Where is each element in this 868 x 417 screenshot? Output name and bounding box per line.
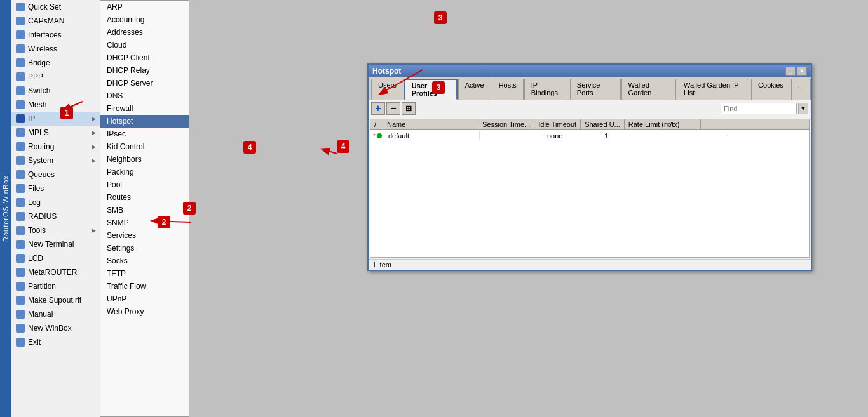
close-button[interactable]: ✕ bbox=[797, 67, 807, 76]
nav-item-files[interactable]: Files bbox=[11, 182, 100, 195]
nav-item-ip[interactable]: IP▶ bbox=[11, 112, 100, 126]
find-dropdown[interactable]: ▼ bbox=[798, 103, 808, 114]
svg-rect-9 bbox=[16, 128, 25, 137]
nav-item-mesh[interactable]: Mesh bbox=[11, 98, 100, 112]
nav-item-label-queues: Queues bbox=[28, 170, 55, 179]
nav-item-exit[interactable]: Exit bbox=[11, 335, 100, 349]
ip-submenu: ARPAccountingAddressesCloudDHCP ClientDH… bbox=[100, 0, 189, 417]
nav-item-switch[interactable]: Switch bbox=[11, 84, 100, 98]
nav-item-radius[interactable]: RADIUS bbox=[11, 209, 100, 223]
nav-item-bridge[interactable]: Bridge bbox=[11, 56, 100, 70]
submenu-item-socks[interactable]: Socks bbox=[100, 255, 189, 267]
nav-item-new-winbox[interactable]: New WinBox bbox=[11, 321, 100, 335]
main-area: 1 2 3 4 Hotspot _ ✕ UsersUser ProfilesAc… bbox=[189, 0, 868, 417]
tab-service-ports[interactable]: Service Ports bbox=[570, 79, 621, 100]
nav-item-tools[interactable]: Tools▶ bbox=[11, 223, 100, 237]
nav-item-manual[interactable]: Manual bbox=[11, 307, 100, 321]
tab-hosts[interactable]: Hosts bbox=[492, 79, 524, 100]
add-button[interactable]: + bbox=[371, 102, 385, 115]
badge-2: 2 bbox=[183, 202, 196, 215]
find-input[interactable] bbox=[721, 103, 797, 114]
submenu-item-cloud[interactable]: Cloud bbox=[100, 39, 189, 51]
submenu-item-routes[interactable]: Routes bbox=[100, 191, 189, 204]
tab-users[interactable]: Users bbox=[371, 79, 403, 100]
nav-item-quick-set[interactable]: Quick Set bbox=[11, 0, 100, 14]
submenu-item-settings[interactable]: Settings bbox=[100, 242, 189, 255]
submenu-item-pool[interactable]: Pool bbox=[100, 178, 189, 191]
nav-item-capsman[interactable]: CAPsMAN bbox=[11, 14, 100, 28]
filter-button[interactable]: ⊞ bbox=[402, 102, 416, 115]
tab-cookies[interactable]: Cookies bbox=[751, 79, 790, 100]
submenu-item-web-proxy[interactable]: Web Proxy bbox=[100, 305, 189, 318]
nav-item-label-mesh: Mesh bbox=[28, 100, 46, 109]
th-shared-users[interactable]: Shared U... bbox=[581, 119, 625, 129]
submenu-item-addresses[interactable]: Addresses bbox=[100, 26, 189, 39]
nav-item-interfaces[interactable]: Interfaces bbox=[11, 28, 100, 42]
tab-walled-garden[interactable]: Walled Garden bbox=[621, 79, 676, 100]
minimize-button[interactable]: _ bbox=[785, 67, 796, 76]
window-controls: _ ✕ bbox=[785, 67, 807, 76]
table-body: *defaultnone1 bbox=[370, 130, 809, 257]
th-rate-limit[interactable]: Rate Limit (rx/tx) bbox=[625, 119, 701, 129]
nav-item-system[interactable]: System▶ bbox=[11, 154, 100, 168]
nav-item-new-terminal[interactable]: New Terminal bbox=[11, 237, 100, 251]
submenu-item-neighbors[interactable]: Neighbors bbox=[100, 153, 189, 166]
annotation-badge-2: 2 bbox=[158, 216, 170, 228]
nav-item-wireless[interactable]: Wireless bbox=[11, 42, 100, 56]
svg-rect-4 bbox=[16, 58, 25, 67]
svg-rect-8 bbox=[16, 114, 25, 123]
nav-item-mpls[interactable]: MPLS▶ bbox=[11, 126, 100, 140]
bridge-icon bbox=[15, 58, 25, 68]
nav-item-partition[interactable]: Partition bbox=[11, 279, 100, 293]
lcd-icon bbox=[15, 253, 25, 263]
table-row[interactable]: *defaultnone1 bbox=[370, 130, 809, 142]
submenu-item-dhcp-relay[interactable]: DHCP Relay bbox=[100, 64, 189, 77]
submenu-item-dhcp-client[interactable]: DHCP Client bbox=[100, 51, 189, 64]
th-arrow: / bbox=[370, 119, 383, 129]
switch-icon bbox=[15, 86, 25, 96]
submenu-item-packing[interactable]: Packing bbox=[100, 166, 189, 178]
submenu-item-smb[interactable]: SMB bbox=[100, 204, 189, 216]
nav-item-routing[interactable]: Routing▶ bbox=[11, 140, 100, 154]
nav-item-label-ip: IP bbox=[28, 114, 35, 123]
submenu-item-dns[interactable]: DNS bbox=[100, 89, 189, 102]
new-winbox-icon bbox=[15, 323, 25, 333]
submenu-item-services[interactable]: Services bbox=[100, 229, 189, 242]
submenu-item-kid-control[interactable]: Kid Control bbox=[100, 140, 189, 153]
submenu-item-accounting[interactable]: Accounting bbox=[100, 13, 189, 26]
svg-rect-21 bbox=[16, 296, 25, 305]
th-idle-timeout[interactable]: Idle Timeout bbox=[534, 119, 581, 129]
tab-ip-bindings[interactable]: IP Bindings bbox=[524, 79, 569, 100]
nav-item-metarouter[interactable]: MetaROUTER bbox=[11, 265, 100, 279]
remove-button[interactable]: − bbox=[386, 102, 400, 115]
th-session-time[interactable]: Session Time... bbox=[478, 119, 534, 129]
nav-item-make-supout[interactable]: Make Supout.rif bbox=[11, 293, 100, 307]
nav-item-label-lcd: LCD bbox=[28, 254, 43, 263]
tab-more[interactable]: ... bbox=[791, 79, 811, 100]
interfaces-icon bbox=[15, 30, 25, 40]
nav-item-label-new-winbox: New WinBox bbox=[28, 324, 72, 333]
submenu-item-upnp[interactable]: UPnP bbox=[100, 293, 189, 305]
submenu-item-hotspot[interactable]: Hotspot bbox=[100, 115, 189, 128]
submenu-item-firewall[interactable]: Firewall bbox=[100, 102, 189, 115]
svg-rect-6 bbox=[16, 86, 25, 95]
submenu-item-ipsec[interactable]: IPsec bbox=[100, 128, 189, 140]
nav-item-queues[interactable]: Queues bbox=[11, 168, 100, 182]
th-name[interactable]: Name bbox=[383, 119, 478, 129]
nav-item-log[interactable]: Log bbox=[11, 195, 100, 209]
tab-user-profiles[interactable]: User Profiles bbox=[404, 79, 458, 100]
submenu-item-traffic-flow[interactable]: Traffic Flow bbox=[100, 280, 189, 293]
annotation-badge-4: 4 bbox=[337, 140, 349, 153]
submenu-item-snmp[interactable]: SNMP bbox=[100, 216, 189, 229]
submenu-item-arp[interactable]: ARP bbox=[100, 1, 189, 13]
nav-item-ppp[interactable]: PPP bbox=[11, 70, 100, 84]
tab-walled-garden-ip[interactable]: Walled Garden IP List bbox=[677, 79, 750, 100]
nav-item-label-quick-set: Quick Set bbox=[28, 3, 61, 11]
nav-item-label-exit: Exit bbox=[28, 338, 41, 347]
submenu-item-dhcp-server[interactable]: DHCP Server bbox=[100, 77, 189, 89]
submenu-item-tftp[interactable]: TFTP bbox=[100, 267, 189, 280]
tab-active[interactable]: Active bbox=[458, 79, 491, 100]
nav-item-lcd[interactable]: LCD bbox=[11, 251, 100, 265]
svg-rect-22 bbox=[16, 310, 25, 319]
partition-icon bbox=[15, 281, 25, 291]
